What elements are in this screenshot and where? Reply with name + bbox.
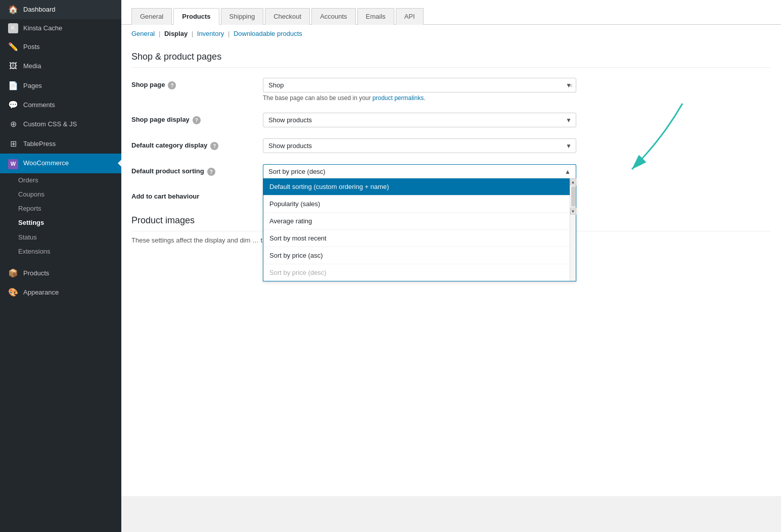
sidebar-item-products[interactable]: 📦 Products [0,264,121,283]
sidebar-item-status[interactable]: Status [18,230,121,245]
sidebar-item-dashboard[interactable]: 🏠 Dashboard [0,0,121,19]
dropdown-scrollbar-wrap: Default sorting (custom ordering + name)… [263,178,576,281]
dropdown-item-price-desc[interactable]: Sort by price (desc) [263,264,570,281]
settings-row-category-display: Default category display ? Show products… [131,138,771,153]
product-sorting-input[interactable] [263,165,560,178]
pages-icon: 📄 [8,80,18,91]
sidebar-item-pages[interactable]: 📄 Pages [0,76,121,95]
sidebar-item-label: TablePress [23,139,113,149]
category-display-field: Show products ▼ [263,138,576,153]
tab-accounts[interactable]: Accounts [311,8,355,25]
sidebar-item-appearance[interactable]: 🎨 Appearance [0,283,121,302]
shop-page-display-select[interactable]: Show products [263,113,576,127]
sidebar-item-label: WooCommerce [23,159,113,168]
dropdown-item-price-asc[interactable]: Sort by price (asc) [263,247,570,264]
dropdown-item-recent[interactable]: Sort by most recent [263,230,570,247]
shop-page-help-icon[interactable]: ? [168,81,176,89]
tabs-bar: General Products Shipping Checkout Accou… [121,0,781,25]
sidebar-item-label: Custom CSS & JS [23,120,113,129]
sidebar-item-posts[interactable]: ✏️ Posts [0,37,121,57]
sidebar-item-label: Appearance [23,288,113,297]
appearance-icon: 🎨 [8,287,18,298]
tab-shipping[interactable]: Shipping [221,8,264,25]
sidebar-item-reports[interactable]: Reports [18,202,121,216]
sidebar-item-custom-css-js[interactable]: ⊕ Custom CSS & JS [0,115,121,134]
product-sorting-input-bar: ▲ [263,164,576,178]
section-title-shop: Shop & product pages [131,52,771,68]
subnav-general[interactable]: General [131,30,155,37]
sidebar-item-comments[interactable]: 💬 Comments [0,95,121,115]
shop-page-display-select-wrap: Show products ▼ [263,113,576,127]
sidebar-item-label: Posts [23,42,113,52]
content-wrap: General Products Shipping Checkout Accou… [121,0,781,496]
tab-checkout[interactable]: Checkout [265,8,310,25]
shop-page-display-help-icon[interactable]: ? [193,116,201,124]
scroll-down-btn[interactable]: ▼ [570,208,576,215]
product-sorting-field: ▲ Default sorting (custom ordering + nam… [263,164,576,178]
settings-content: Shop & product pages Shop page ? Shop × … [121,41,781,496]
tablepress-icon: ⊞ [8,138,18,150]
kinsta-icon: K [8,23,18,33]
settings-row-product-sorting: Default product sorting ? ▲ Default sort… [131,164,771,178]
sidebar-item-extensions[interactable]: Extensions [18,245,121,259]
sidebar-item-woocommerce[interactable]: W WooCommerce [0,154,121,173]
tab-api[interactable]: API [396,8,424,25]
product-sorting-dropdown-list: Default sorting (custom ordering + name)… [263,178,576,281]
shop-page-select[interactable]: Shop [263,78,566,92]
product-sorting-help-icon[interactable]: ? [207,168,215,176]
subnav-sep-2: | [192,30,193,37]
sidebar-item-tablepress[interactable]: ⊞ TablePress [0,134,121,154]
sidebar-item-coupons[interactable]: Coupons [18,187,121,202]
shop-page-field: Shop × ▼ The base page can also be used … [263,78,576,102]
sidebar-item-label: Dashboard [23,5,113,14]
tab-emails[interactable]: Emails [357,8,394,25]
subnav-sep-1: | [159,30,160,37]
sidebar-item-media[interactable]: 🖼 Media [0,57,121,76]
products-icon: 📦 [8,268,18,279]
category-display-label: Default category display ? [131,138,263,150]
tab-general[interactable]: General [131,8,172,25]
dropdown-list-inner: Default sorting (custom ordering + name)… [263,178,570,281]
sub-navigation: General | Display | Inventory | Download… [121,25,781,41]
product-sorting-label: Default product sorting ? [131,164,263,176]
scroll-up-btn[interactable]: ▲ [570,178,576,185]
dropdown-scrollbar: ▲ ▼ [570,178,576,281]
subnav-sep-3: | [228,30,229,37]
shop-page-clear-btn[interactable]: × [566,81,576,89]
sidebar-item-label: Products [23,269,113,278]
shop-page-display-field: Show products ▼ [263,113,576,127]
sidebar-item-settings[interactable]: Settings [18,216,121,230]
custom-css-icon: ⊕ [8,119,18,130]
main-content: General Products Shipping Checkout Accou… [121,0,781,532]
shop-page-select-wrap: Shop × ▼ [263,78,576,92]
sidebar-item-orders[interactable]: Orders [18,173,121,187]
dashboard-icon: 🏠 [8,4,18,15]
sidebar-item-label: Kinsta Cache [23,24,113,33]
category-display-select-wrap: Show products ▼ [263,138,576,153]
woocommerce-submenu: Orders Coupons Reports Settings Status E… [0,173,121,259]
category-display-help-icon[interactable]: ? [210,142,218,150]
sidebar: 🏠 Dashboard K Kinsta Cache ✏️ Posts 🖼 Me… [0,0,121,532]
sidebar-item-kinsta-cache[interactable]: K Kinsta Cache [0,19,121,37]
woocommerce-icon: W [8,158,18,169]
shop-page-label: Shop page ? [131,78,263,89]
comments-icon: 💬 [8,100,18,111]
dropdown-item-default[interactable]: Default sorting (custom ordering + name) [263,178,570,196]
product-sorting-arrow-btn[interactable]: ▲ [560,165,576,178]
shop-page-desc: The base page can also be used in your p… [263,94,576,102]
subnav-downloadable[interactable]: Downloadable products [234,30,302,37]
dropdown-item-rating[interactable]: Average rating [263,213,570,230]
category-display-select[interactable]: Show products [263,139,576,153]
scrollbar-thumb [571,186,575,207]
settings-row-shop-page-display: Shop page display ? Show products ▼ [131,113,771,127]
sidebar-item-label: Pages [23,81,113,90]
dropdown-item-popularity[interactable]: Popularity (sales) [263,196,570,213]
subnav-inventory[interactable]: Inventory [197,30,224,37]
add-to-cart-label: Add to cart behaviour [131,189,263,200]
media-icon: 🖼 [8,61,18,72]
settings-row-shop-page: Shop page ? Shop × ▼ The base page can a… [131,78,771,102]
tab-products[interactable]: Products [173,8,219,25]
subnav-display: Display [164,30,188,37]
product-permalinks-link[interactable]: product permalinks [373,94,424,102]
posts-icon: ✏️ [8,41,18,53]
